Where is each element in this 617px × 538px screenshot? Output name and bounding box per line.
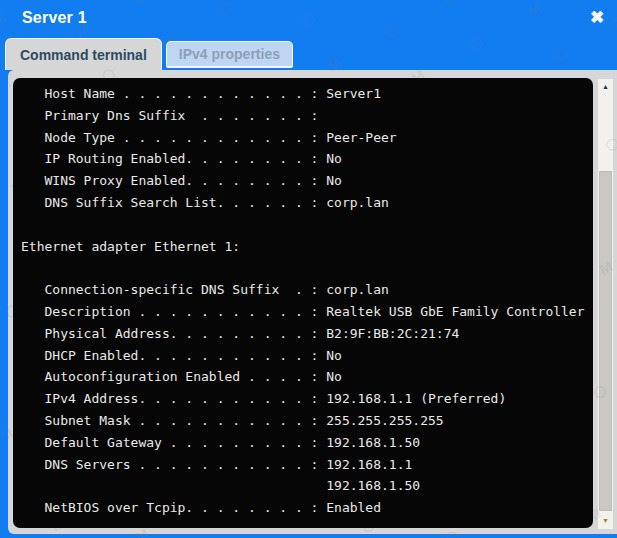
- scrollbar-thumb[interactable]: [599, 171, 612, 511]
- scroll-up-arrow-icon[interactable]: ▲: [598, 79, 613, 95]
- tab-bar: Command terminal IPv4 properties: [5, 38, 293, 70]
- ipconfig-output-text: Host Name . . . . . . . . . . . . : Serv…: [21, 83, 593, 519]
- close-icon[interactable]: ✖: [586, 7, 608, 29]
- tab-command-terminal[interactable]: Command terminal: [5, 38, 162, 70]
- titlebar: Server 1 ✖: [0, 0, 617, 38]
- dialog-title: Server 1: [22, 9, 87, 27]
- scroll-down-arrow-icon[interactable]: ▼: [598, 513, 613, 529]
- terminal-output[interactable]: Host Name . . . . . . . . . . . . : Serv…: [13, 78, 593, 528]
- server-dialog: ▲ ▼ M ⬡ M ⬡ M ⬡ M ⬡ M ⬡ M ⬡ M ⬡ M ⬡ M ⬡ …: [0, 0, 617, 538]
- terminal-scrollbar[interactable]: ▲ ▼: [598, 79, 613, 529]
- tab-ipv4-properties[interactable]: IPv4 properties: [166, 41, 293, 68]
